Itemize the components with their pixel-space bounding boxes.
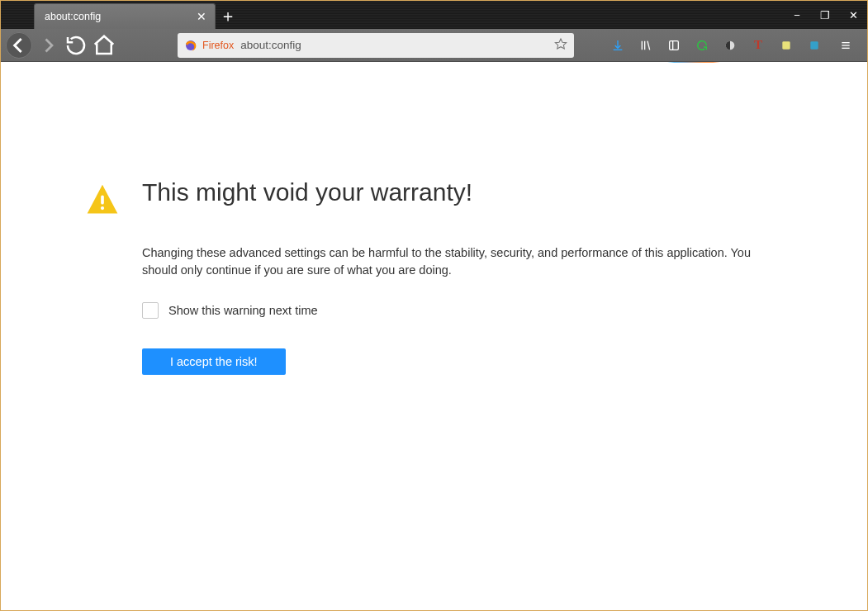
window-minimize-button[interactable]: −: [783, 4, 811, 26]
identity-box[interactable]: Firefox: [184, 39, 234, 52]
sidebar-button[interactable]: [664, 36, 684, 55]
ext-icon: [808, 39, 821, 52]
toolbar-icons: T: [608, 36, 862, 55]
svg-point-11: [101, 206, 104, 210]
library-icon: [639, 39, 652, 52]
ext2-button[interactable]: [804, 36, 824, 55]
warning-title: This might void your warranty!: [142, 178, 472, 206]
url-bar[interactable]: Firefox about:config: [178, 33, 574, 58]
firefox-icon: [184, 39, 197, 52]
library-button[interactable]: [636, 36, 656, 55]
show-warning-label: Show this warning next time: [168, 304, 318, 317]
warning-icon: [84, 182, 121, 221]
sync-button[interactable]: [692, 36, 712, 55]
ext-icon: [780, 39, 793, 52]
star-icon: [554, 37, 567, 50]
download-button[interactable]: [608, 36, 628, 55]
tab-strip: about:config ✕ ＋: [1, 1, 240, 29]
download-icon: [611, 39, 624, 52]
identity-label: Firefox: [202, 40, 234, 51]
ext1-button[interactable]: [776, 36, 796, 55]
show-warning-checkbox[interactable]: [142, 302, 159, 319]
back-icon: [6, 32, 32, 59]
shield-icon: [723, 39, 737, 52]
tab-title: about:config: [45, 11, 188, 22]
page-content: This might void your warranty! Changing …: [2, 63, 866, 609]
bookmark-star-button[interactable]: [554, 37, 567, 54]
close-icon[interactable]: ✕: [195, 10, 208, 23]
permissions-button[interactable]: [720, 36, 740, 55]
svg-rect-2: [670, 40, 679, 50]
sync-icon: [695, 39, 709, 52]
forward-button[interactable]: [36, 33, 60, 58]
home-button[interactable]: [92, 33, 116, 58]
window-maximize-button[interactable]: ❐: [811, 4, 839, 26]
tab-active[interactable]: about:config ✕: [34, 3, 216, 29]
back-button[interactable]: [6, 32, 32, 59]
svg-rect-10: [101, 196, 104, 205]
home-icon: [92, 33, 116, 58]
nav-toolbar: Firefox about:config T: [1, 29, 867, 62]
titlebar: about:config ✕ ＋ − ❐ ✕: [1, 1, 867, 29]
svg-marker-1: [555, 39, 566, 49]
plus-icon: ＋: [220, 5, 236, 27]
reload-icon: [64, 33, 88, 58]
reload-button[interactable]: [64, 33, 88, 58]
warning-paragraph: Changing these advanced settings can be …: [142, 244, 778, 279]
window-controls: − ❐ ✕: [783, 1, 867, 29]
forward-icon: [36, 33, 60, 58]
svg-rect-6: [810, 41, 818, 49]
show-warning-checkbox-row[interactable]: Show this warning next time: [142, 302, 778, 319]
ext-t-button[interactable]: T: [748, 36, 768, 55]
reader-icon: [667, 39, 681, 52]
app-menu-button[interactable]: [832, 36, 859, 55]
hamburger-icon: [839, 39, 852, 52]
svg-rect-5: [782, 41, 790, 49]
window-close-button[interactable]: ✕: [839, 4, 867, 26]
accept-risk-button[interactable]: I accept the risk!: [142, 348, 286, 375]
new-tab-button[interactable]: ＋: [216, 3, 240, 29]
url-text[interactable]: about:config: [240, 39, 548, 51]
